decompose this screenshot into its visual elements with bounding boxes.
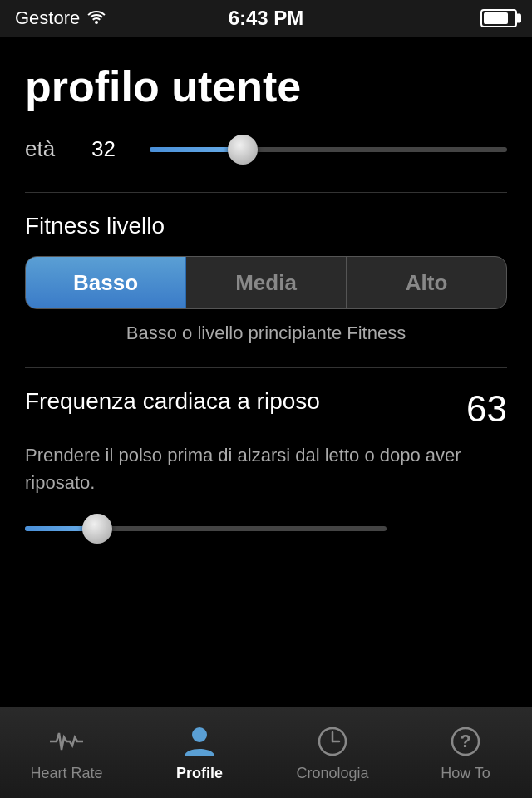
age-slider-thumb[interactable]: [228, 135, 258, 165]
age-slider-container: [150, 137, 507, 162]
tab-cronologia-label: Cronologia: [296, 765, 368, 782]
tab-bar: Heart Rate Profile Cronologia ?: [0, 707, 532, 798]
fitness-option-media[interactable]: Media: [186, 257, 347, 308]
svg-point-0: [192, 727, 207, 742]
heart-rate-section: Frequenza cardiaca a riposo 63 Prendere …: [25, 388, 507, 541]
fitness-description: Basso o livello principiante Fitness: [25, 323, 507, 344]
page-title: profilo utente: [25, 62, 507, 111]
tab-heart-rate[interactable]: Heart Rate: [0, 715, 133, 791]
fitness-segmented-control: Basso Media Alto: [25, 256, 507, 309]
tab-profile-label: Profile: [176, 765, 223, 782]
fitness-option-basso[interactable]: Basso: [26, 257, 186, 308]
heart-rate-title: Frequenza cardiaca a riposo: [25, 388, 450, 415]
battery-fill: [484, 12, 508, 24]
tab-how-to-label: How To: [441, 765, 490, 782]
status-bar: Gestore 6:43 PM: [0, 0, 532, 37]
main-content: profilo utente età 32 Fitness livello Ba…: [0, 37, 532, 707]
tab-profile[interactable]: Profile: [133, 715, 266, 791]
wifi-icon: [86, 7, 106, 29]
clock-icon: [314, 723, 351, 760]
heart-rate-value: 63: [466, 388, 507, 430]
heart-rate-slider-track: [25, 526, 387, 531]
status-time: 6:43 PM: [229, 7, 304, 30]
heart-rate-row: Frequenza cardiaca a riposo 63: [25, 388, 507, 430]
heart-rate-description: Prendere il polso prima di alzarsi dal l…: [25, 441, 507, 496]
battery-indicator: [480, 9, 517, 27]
age-row: età 32: [25, 136, 507, 162]
age-value: 32: [91, 136, 133, 162]
heart-rate-slider-thumb[interactable]: [82, 514, 112, 544]
heart-rate-icon: [48, 723, 85, 760]
tab-how-to[interactable]: ? How To: [399, 715, 532, 791]
carrier-label: Gestore: [15, 7, 80, 29]
question-icon: ?: [447, 723, 484, 760]
heart-rate-slider-container: [25, 516, 387, 541]
age-label: età: [25, 136, 75, 162]
tab-heart-rate-label: Heart Rate: [30, 765, 102, 782]
fitness-option-alto[interactable]: Alto: [347, 257, 506, 308]
profile-icon: [181, 723, 218, 760]
fitness-section-label: Fitness livello: [25, 213, 507, 239]
svg-text:?: ?: [460, 731, 470, 751]
age-slider-track: [150, 147, 507, 152]
divider-2: [25, 367, 507, 368]
divider-1: [25, 192, 507, 193]
tab-cronologia[interactable]: Cronologia: [266, 715, 399, 791]
fitness-section: Fitness livello Basso Media Alto Basso o…: [25, 213, 507, 344]
